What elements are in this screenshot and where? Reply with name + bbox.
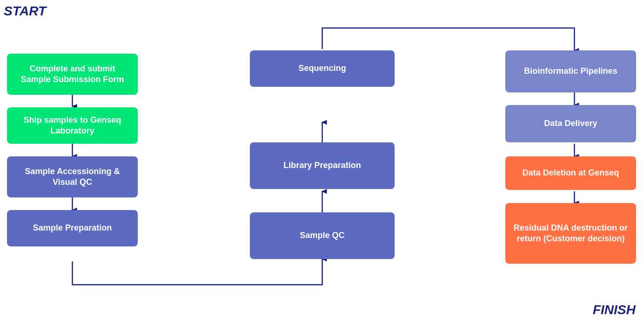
sample-preparation-box: Sample Preparation xyxy=(7,210,138,246)
bioinformatic-pipelines-box: Bioinformatic Pipelines xyxy=(505,50,636,92)
submit-form-box: Complete and submit Sample Submission Fo… xyxy=(7,54,138,95)
data-delivery-box: Data Delivery xyxy=(505,105,636,142)
sample-qc-box: Sample QC xyxy=(250,212,395,259)
ship-samples-box: Ship samples to Genseq Laboratory xyxy=(7,107,138,144)
finish-label: FINISH xyxy=(593,302,636,317)
start-label: START xyxy=(4,4,46,19)
residual-dna-box: Residual DNA destruction or return (Cust… xyxy=(505,203,636,264)
flowchart-diagram: START FINISH xyxy=(0,0,644,323)
data-deletion-box: Data Deletion at Genseq xyxy=(505,156,636,190)
sample-accessioning-box: Sample Accessioning & Visual QC xyxy=(7,156,138,197)
sequencing-box: Sequencing xyxy=(250,50,395,87)
library-preparation-box: Library Preparation xyxy=(250,142,395,189)
